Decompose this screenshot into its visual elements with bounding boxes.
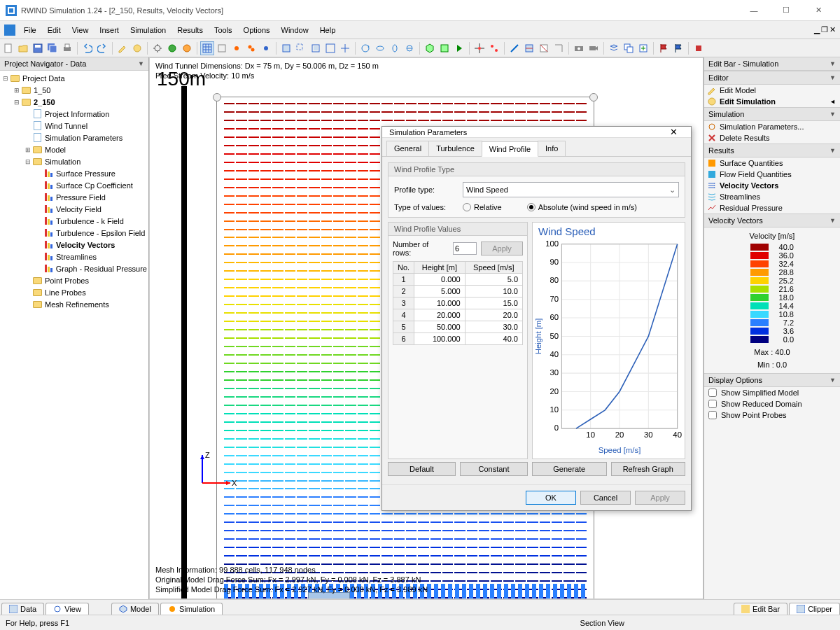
maximize-button[interactable]: ☐ <box>770 0 802 21</box>
zoom-fit-icon[interactable] <box>323 41 337 55</box>
tab-wind-profile[interactable]: Wind Profile <box>482 141 538 157</box>
menu-results[interactable]: Results <box>172 24 209 36</box>
print-icon[interactable] <box>60 41 74 55</box>
collapse-icon[interactable]: ▼ <box>830 60 836 67</box>
save-icon[interactable] <box>31 41 45 55</box>
residual-pressure-item[interactable]: Residual Pressure <box>704 202 840 214</box>
rotate4-icon[interactable] <box>402 41 416 55</box>
table-row[interactable]: 420.00020.0 <box>393 309 523 321</box>
streamlines-item[interactable]: Streamlines <box>704 191 840 202</box>
slice-icon[interactable] <box>537 41 551 55</box>
zoom-window-icon[interactable] <box>294 41 308 55</box>
default-button[interactable]: Default <box>388 462 456 476</box>
rotate-icon[interactable] <box>358 41 372 55</box>
menu-tools[interactable]: Tools <box>209 24 238 36</box>
checkbox-option[interactable]: Show Simplified Model <box>704 387 840 398</box>
sim-gear3-icon[interactable] <box>259 41 273 55</box>
table-row[interactable]: 550.00030.0 <box>393 321 523 333</box>
table-row[interactable]: 25.00010.0 <box>393 286 523 298</box>
undo-icon[interactable] <box>80 41 94 55</box>
zoom-extents-icon[interactable] <box>309 41 323 55</box>
rotate2-icon[interactable] <box>373 41 387 55</box>
tree-node[interactable]: Mesh Refinements <box>0 298 148 310</box>
sim-gear2-icon[interactable] <box>244 41 258 55</box>
tree-node[interactable]: Velocity Field <box>0 203 148 215</box>
constant-button[interactable]: Constant <box>460 462 528 476</box>
wind-profile-table[interactable]: No. Height [m] Speed [m/s] 10.0005.025.0… <box>393 261 523 345</box>
generate-button[interactable]: Generate <box>532 462 607 476</box>
front-icon[interactable] <box>438 41 451 55</box>
video-icon[interactable] <box>587 41 601 55</box>
menu-simulation[interactable]: Simulation <box>125 24 172 36</box>
tree-node[interactable]: ⊞Model <box>0 144 148 155</box>
tree-node[interactable]: Point Probes <box>0 274 148 286</box>
radio-absolute[interactable]: Absolute (wind speed in m/s) <box>527 203 637 211</box>
menu-help[interactable]: Help <box>314 24 342 36</box>
clip-icon[interactable] <box>552 41 566 55</box>
sim-gear-icon[interactable] <box>230 41 244 55</box>
delete-results-icon[interactable] <box>180 41 194 55</box>
export-icon[interactable] <box>636 41 650 55</box>
tree-node[interactable]: Graph - Residual Pressure <box>0 262 148 274</box>
saveall-icon[interactable] <box>46 41 59 55</box>
measure-icon[interactable] <box>507 41 522 55</box>
checkbox-option[interactable]: Show Reduced Domain <box>704 398 840 410</box>
redo-icon[interactable] <box>95 41 109 55</box>
sim-params-item[interactable]: Simulation Parameters... <box>704 121 840 132</box>
collapse-icon[interactable]: ▼ <box>138 60 144 67</box>
edit-simulation-icon[interactable] <box>130 41 144 55</box>
tree-node[interactable]: Simulation Parameters <box>0 132 148 144</box>
rotate3-icon[interactable] <box>388 41 402 55</box>
cancel-button[interactable]: Cancel <box>580 491 631 505</box>
mdi-minimize-icon[interactable]: ▁ <box>814 25 820 34</box>
edit-model-item[interactable]: Edit Model <box>704 85 840 96</box>
tree-node[interactable]: ⊞1_50 <box>0 84 148 96</box>
wireframe-icon[interactable] <box>215 41 229 55</box>
tree-node[interactable]: ⊟2_150 <box>0 96 148 108</box>
menu-edit[interactable]: Edit <box>42 24 66 36</box>
tree-node[interactable]: Surface Pressure <box>0 167 148 179</box>
pan-icon[interactable] <box>338 41 352 55</box>
dialog-apply-button[interactable]: Apply <box>635 491 685 505</box>
tree-node[interactable]: Wind Tunnel <box>0 120 148 132</box>
surface-quantities-item[interactable]: Surface Quantities <box>704 158 840 169</box>
flag-blue-icon[interactable] <box>671 41 685 55</box>
probe2-icon[interactable] <box>487 41 501 55</box>
tree-node[interactable]: Surface Cp Coefficient <box>0 179 148 191</box>
project-tree[interactable]: ⊟Project Data⊞1_50⊟2_150Project Informat… <box>0 71 148 599</box>
tab-model[interactable]: Model <box>111 603 159 615</box>
menu-window[interactable]: Window <box>276 24 314 36</box>
tab-view[interactable]: View <box>46 603 89 615</box>
tab-editbar[interactable]: Edit Bar <box>734 603 788 615</box>
sim-params-icon[interactable] <box>150 41 164 55</box>
tab-data[interactable]: Data <box>1 603 44 615</box>
tab-info[interactable]: Info <box>538 141 566 156</box>
grid-icon[interactable] <box>200 41 214 55</box>
tree-node[interactable]: Turbulence - k Field <box>0 215 148 227</box>
tree-node[interactable]: ⊟Simulation <box>0 155 148 167</box>
table-row[interactable]: 6100.00040.0 <box>393 333 523 345</box>
probe-icon[interactable] <box>472 41 486 55</box>
tree-node[interactable]: Turbulence - Epsilon Field <box>0 227 148 239</box>
menu-file[interactable]: File <box>18 24 42 36</box>
apply-rows-button[interactable]: Apply <box>481 241 523 255</box>
table-row[interactable]: 310.00015.0 <box>393 298 523 309</box>
tree-node[interactable]: ⊟Project Data <box>0 72 148 84</box>
velocity-vectors-item[interactable]: Velocity Vectors <box>704 180 840 191</box>
view-cube-icon[interactable] <box>279 41 293 55</box>
delete-results-item[interactable]: Delete Results <box>704 132 840 144</box>
profile-type-select[interactable]: Wind Speed⌄ <box>463 182 679 197</box>
dup-icon[interactable] <box>622 41 636 55</box>
menu-options[interactable]: Options <box>238 24 276 36</box>
flag-red-icon[interactable] <box>657 41 671 55</box>
tree-node[interactable]: Streamlines <box>0 251 148 262</box>
tree-node[interactable]: Project Information <box>0 108 148 120</box>
menu-insert[interactable]: Insert <box>94 24 125 36</box>
iso-icon[interactable] <box>423 41 437 55</box>
tab-turbulence[interactable]: Turbulence <box>428 141 482 156</box>
tab-simulation[interactable]: Simulation <box>160 603 223 615</box>
mdi-close-icon[interactable]: ✕ <box>830 25 836 34</box>
num-rows-input[interactable] <box>453 242 477 255</box>
open-icon[interactable] <box>16 41 30 55</box>
ok-button[interactable]: OK <box>526 491 576 505</box>
